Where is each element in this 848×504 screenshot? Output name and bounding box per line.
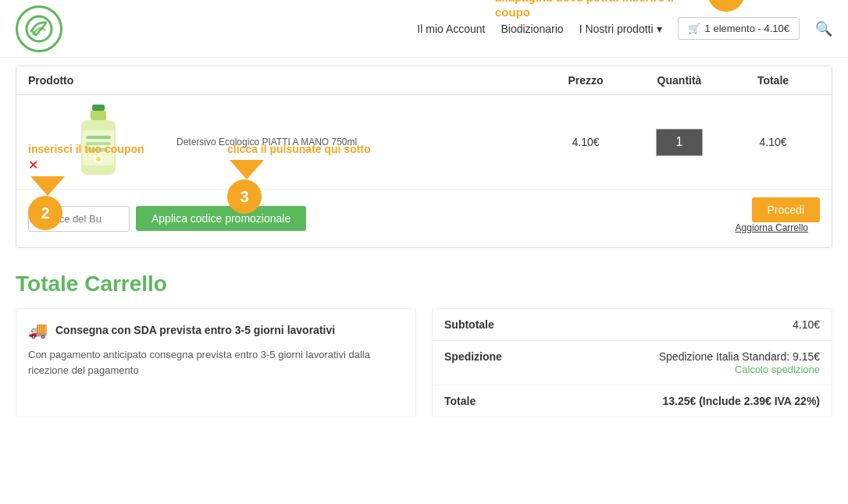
totale-title: Totale Carrello (16, 272, 832, 296)
spedizione-detail: Spedizione Italia Standard: 9.15€ Calcol… (659, 350, 820, 375)
col-prezzo: Prezzo (539, 74, 632, 87)
cart-footer: Applica codice promozionale Procedi Aggi… (16, 190, 832, 247)
totale-finale-row: Totale 13.25€ (Include 2.39€ IVA 22%) (433, 385, 832, 417)
delivery-title: Consegna con SDA prevista entro 3-5 gior… (55, 324, 335, 336)
product-image (28, 103, 169, 181)
cart-label: 1 elemento - 4.10€ (705, 23, 789, 34)
totale-grid: 🚚 Consegna con SDA prevista entro 3-5 gi… (16, 308, 832, 417)
search-icon[interactable]: 🔍 (815, 20, 832, 37)
spedizione-row: Spedizione Spedizione Italia Standard: 9… (433, 341, 832, 385)
product-price: 4.10€ (539, 136, 632, 148)
col-totale: Totale (726, 74, 820, 87)
cart-button[interactable]: 🛒 1 elemento - 4.10€ (678, 17, 800, 40)
main-nav: Il mio Account Biodizionario I Nostri pr… (417, 17, 832, 40)
delivery-box: 🚚 Consegna con SDA prevista entro 3-5 gi… (16, 308, 416, 417)
nav-biodizionario[interactable]: Biodizionario (501, 23, 563, 35)
col-quantita: Quantità (632, 74, 726, 87)
cart-header: Prodotto Prezzo Quantità Totale (16, 66, 832, 95)
cart-table: Prodotto Prezzo Quantità Totale inserisc… (16, 66, 832, 248)
coupon-input[interactable] (28, 206, 130, 232)
svg-rect-6 (86, 142, 111, 145)
proceed-button[interactable]: Procedi (752, 197, 820, 222)
update-cart-link[interactable]: Aggiorna Carrello (736, 222, 808, 233)
chevron-down-icon: ▾ (657, 23, 662, 35)
footer-right: Procedi Aggiorna Carrello (736, 197, 820, 240)
nav-prodotti[interactable]: I Nostri prodotti ▾ (579, 23, 662, 35)
product-qty: 1 (632, 129, 726, 156)
delivery-desc: Con pagamento anticipato consegna previs… (28, 347, 404, 378)
calcolo-spedizione-link[interactable]: Calcolo spedizione (735, 364, 820, 375)
svg-rect-7 (86, 148, 108, 151)
coupon-section: Applica codice promozionale (28, 206, 306, 232)
col-prodotto: Prodotto (28, 74, 169, 87)
totale-breakdown: Subtotale 4.10€ Spedizione Spedizione It… (432, 308, 832, 417)
delivery-header: 🚚 Consegna con SDA prevista entro 3-5 gi… (28, 321, 404, 339)
totale-label: Totale (444, 395, 476, 407)
logo[interactable] (16, 5, 62, 52)
nav-account[interactable]: Il mio Account (417, 23, 485, 35)
totale-section: Totale Carrello 🚚 Consegna con SDA previ… (16, 264, 832, 425)
svg-rect-5 (86, 136, 111, 139)
spedizione-value1: Spedizione Italia Standard: 9.15€ (659, 350, 820, 363)
apply-coupon-button[interactable]: Applica codice promozionale (136, 206, 306, 231)
product-link[interactable]: Detersivo Ecologico PIATTI A MANO 750ml (176, 137, 357, 147)
totale-final-value: 13.25€ (Include 2.39€ IVA 22%) (662, 395, 820, 407)
truck-icon: 🚚 (28, 321, 48, 339)
spedizione-label: Spedizione (444, 350, 502, 375)
logo-icon (16, 5, 62, 52)
cart-icon: 🛒 (688, 23, 700, 34)
svg-rect-2 (91, 111, 106, 120)
subtotale-value: 4.10€ (793, 318, 820, 331)
col-prodotto-name (169, 74, 539, 87)
main-content: Prodotto Prezzo Quantità Totale inserisc… (0, 58, 848, 433)
product-total: 4.10€ (726, 136, 820, 148)
table-row: inserisci il tuo coupon ✕ 2 clicca il pu… (16, 95, 832, 190)
tooltip-1-badge: 1 (707, 0, 745, 12)
svg-point-9 (96, 157, 101, 161)
product-name: Detersivo Ecologico PIATTI A MANO 750ml (169, 136, 539, 149)
subtotale-label: Subtotale (444, 318, 494, 331)
svg-rect-1 (92, 105, 105, 111)
subtotale-row: Subtotale 4.10€ (433, 309, 832, 341)
header: Il mio Account Biodizionario I Nostri pr… (0, 0, 848, 58)
tooltip-1-text: clicca sul carrello per accedere allapag… (495, 0, 701, 20)
qty-display: 1 (656, 129, 703, 156)
